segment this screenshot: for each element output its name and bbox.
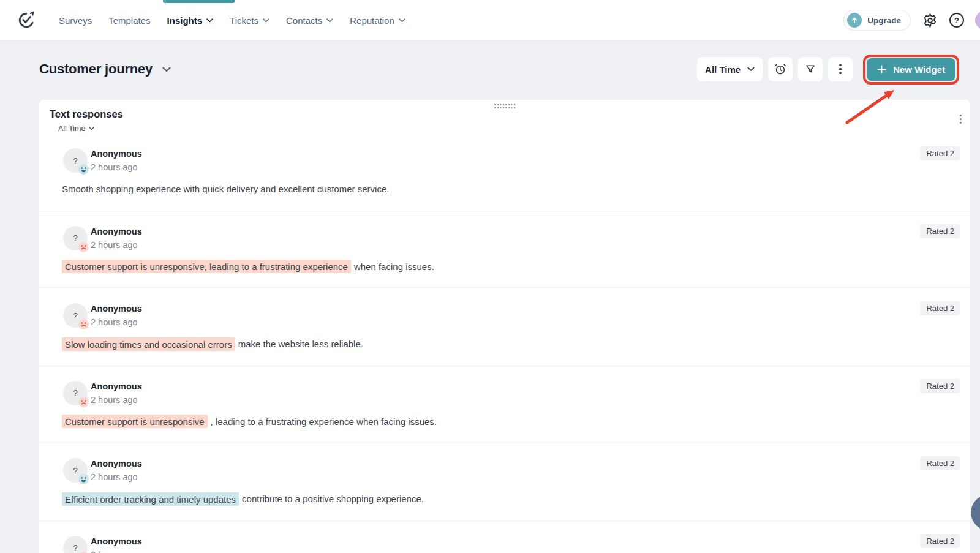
anonymous-avatar: ? xyxy=(63,458,88,483)
sentiment-icon xyxy=(78,242,89,252)
widget-menu-button[interactable] xyxy=(957,112,964,126)
respondent-name: Anonymous xyxy=(91,304,142,314)
respondent-name: Anonymous xyxy=(91,459,142,468)
respondent-info: Anonymous 2 hours ago xyxy=(91,536,142,553)
filter-button[interactable] xyxy=(798,57,823,81)
response-text: Customer support is unresponsive, leadin… xyxy=(62,415,960,429)
question-mark-icon: ? xyxy=(73,388,77,397)
question-mark-icon: ? xyxy=(73,233,77,243)
responses-list: ? Anonymous xyxy=(39,134,970,553)
respondent-info: Anonymous 2 hours ago xyxy=(91,381,142,405)
header-controls: All Time New Widget xyxy=(697,55,959,85)
response-item: ? Anonymous xyxy=(39,443,970,521)
anonymous-avatar: ? xyxy=(63,303,88,328)
response-item: ? Anonymous xyxy=(39,211,970,289)
response-time: 2 hours ago xyxy=(91,395,142,405)
settings-gear-icon[interactable] xyxy=(922,12,938,29)
time-filter-label: All Time xyxy=(705,64,741,75)
respondent-name: Anonymous xyxy=(91,227,142,236)
user-avatar[interactable] xyxy=(975,11,980,29)
response-text-part: make the website less reliable. xyxy=(238,339,363,349)
nav-item-label: Surveys xyxy=(59,15,92,26)
annotation-highlight-ring: New Widget xyxy=(863,55,959,85)
more-options-button[interactable] xyxy=(828,57,853,81)
dashboard-title-dropdown[interactable]: Customer journey xyxy=(39,61,171,77)
highlighted-phrase: Slow loading times and occasional errors xyxy=(62,337,235,351)
response-time: 2 hours ago xyxy=(91,162,142,172)
chevron-down-icon xyxy=(263,18,270,23)
respondent-name: Anonymous xyxy=(91,382,142,391)
response-time: 2 hours ago xyxy=(91,317,142,327)
response-item: ? Anonymous xyxy=(39,366,970,444)
question-mark-icon: ? xyxy=(73,543,77,552)
nav-item-label: Tickets xyxy=(230,15,258,26)
brand-logo-icon[interactable] xyxy=(17,11,36,29)
upgrade-button[interactable]: Upgrade xyxy=(843,10,911,31)
help-icon[interactable]: ? xyxy=(949,13,964,28)
highlighted-phrase: Customer support is unresponsive xyxy=(62,415,208,428)
highlighted-phrase: Customer support is unresponsive, leadin… xyxy=(62,260,351,273)
page-header: Customer journey All Time xyxy=(39,54,959,85)
response-text: Slow loading times and occasional errors… xyxy=(62,337,960,352)
plus-icon xyxy=(877,65,886,74)
new-widget-button[interactable]: New Widget xyxy=(867,58,956,81)
anonymous-avatar: ? xyxy=(63,148,88,173)
response-text-part: , leading to a frustrating experience wh… xyxy=(211,416,437,427)
rating-badge: Rated 2 xyxy=(920,224,960,238)
rating-badge: Rated 2 xyxy=(920,379,960,393)
sentiment-icon xyxy=(78,319,89,329)
nav-item-tickets[interactable]: Tickets xyxy=(230,15,270,26)
question-mark-icon: ? xyxy=(73,466,77,475)
question-mark-icon: ? xyxy=(73,156,77,165)
response-text: Efficient order tracking and timely upda… xyxy=(62,492,960,506)
response-text-part: when facing issues. xyxy=(354,261,434,272)
funnel-icon xyxy=(804,63,816,75)
nav-item-reputation[interactable]: Reputation xyxy=(350,15,405,26)
nav-item-insights[interactable]: Insights xyxy=(167,15,214,26)
widget-time-filter[interactable]: All Time xyxy=(58,124,94,133)
nav-item-contacts[interactable]: Contacts xyxy=(286,15,333,26)
response-text: Smooth shopping experience with quick de… xyxy=(62,182,960,197)
response-time: 2 hours ago xyxy=(91,472,142,482)
response-text: Customer support is unresponsive, leadin… xyxy=(62,260,960,274)
drag-handle-icon[interactable] xyxy=(492,102,518,111)
response-item: ? Anonymous xyxy=(39,288,970,366)
nav-right-controls: Upgrade ? xyxy=(843,10,980,31)
anonymous-avatar: ? xyxy=(63,536,88,553)
nav-item-surveys[interactable]: Surveys xyxy=(59,15,92,26)
text-responses-widget: Text responses All Time ? xyxy=(39,100,970,553)
chevron-down-icon xyxy=(399,18,405,23)
respondent-name: Anonymous xyxy=(91,149,142,159)
alarm-clock-icon xyxy=(774,62,787,76)
sentiment-icon xyxy=(78,397,89,407)
active-tab-indicator xyxy=(163,0,235,3)
chevron-down-icon xyxy=(89,127,94,130)
anonymous-avatar: ? xyxy=(63,226,88,250)
response-time: 2 hours ago xyxy=(91,240,142,250)
page-title: Customer journey xyxy=(39,61,153,77)
upgrade-label: Upgrade xyxy=(867,16,901,25)
chevron-down-icon xyxy=(206,18,213,23)
response-text-part: Smooth shopping experience with quick de… xyxy=(62,184,389,194)
chevron-down-icon xyxy=(162,67,171,72)
primary-nav: Surveys Templates Insights Tickets Conta… xyxy=(59,15,405,26)
response-text-part: contribute to a positive shopping experi… xyxy=(242,494,424,504)
sentiment-icon xyxy=(78,164,89,175)
schedule-report-button[interactable] xyxy=(768,57,793,81)
respondent-info: Anonymous 2 hours ago xyxy=(91,458,142,482)
nav-item-label: Insights xyxy=(167,15,203,26)
respondent-info: Anonymous 2 hours ago xyxy=(91,303,142,327)
response-item: ? Anonymous xyxy=(39,134,970,211)
kebab-icon xyxy=(839,64,842,75)
rating-badge: Rated 2 xyxy=(920,456,960,470)
nav-item-templates[interactable]: Templates xyxy=(108,15,150,26)
respondent-name: Anonymous xyxy=(91,536,142,546)
response-item: ? Anonymous xyxy=(39,521,970,553)
new-widget-label: New Widget xyxy=(893,64,945,75)
top-navigation: Surveys Templates Insights Tickets Conta… xyxy=(0,0,980,41)
time-filter-dropdown[interactable]: All Time xyxy=(697,57,763,81)
chevron-down-icon xyxy=(326,18,333,23)
sentiment-icon xyxy=(78,474,89,484)
chat-launcher-button[interactable] xyxy=(971,495,980,530)
anonymous-avatar: ? xyxy=(63,381,88,405)
